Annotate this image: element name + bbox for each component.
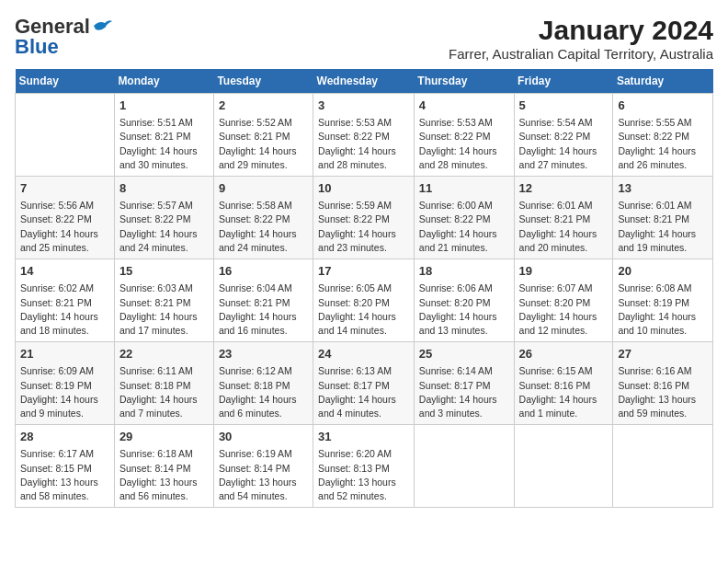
day-info: Sunrise: 5:59 AM Sunset: 8:22 PM Dayligh… [318, 199, 409, 255]
calendar-cell [613, 425, 713, 508]
day-info: Sunrise: 6:03 AM Sunset: 8:21 PM Dayligh… [119, 282, 209, 338]
day-number: 27 [618, 346, 708, 362]
day-info: Sunrise: 5:57 AM Sunset: 8:22 PM Dayligh… [119, 199, 209, 255]
calendar-cell: 5Sunrise: 5:54 AM Sunset: 8:22 PM Daylig… [514, 94, 613, 177]
day-info: Sunrise: 6:13 AM Sunset: 8:17 PM Dayligh… [318, 364, 409, 420]
calendar-cell: 16Sunrise: 6:04 AM Sunset: 8:21 PM Dayli… [213, 259, 313, 342]
day-number: 26 [519, 346, 609, 362]
title-block: January 2024 Farrer, Australian Capital … [449, 15, 713, 62]
calendar-table: Sunday Monday Tuesday Wednesday Thursday… [15, 69, 713, 508]
day-number: 24 [318, 346, 409, 362]
day-info: Sunrise: 6:19 AM Sunset: 8:14 PM Dayligh… [219, 447, 308, 503]
day-number: 8 [119, 180, 209, 197]
day-number: 12 [519, 180, 609, 197]
day-number: 17 [318, 263, 409, 280]
calendar-cell: 17Sunrise: 6:05 AM Sunset: 8:20 PM Dayli… [313, 259, 415, 342]
calendar-cell: 20Sunrise: 6:08 AM Sunset: 8:19 PM Dayli… [613, 259, 713, 342]
day-info: Sunrise: 6:08 AM Sunset: 8:19 PM Dayligh… [618, 282, 708, 338]
calendar-cell: 9Sunrise: 5:58 AM Sunset: 8:22 PM Daylig… [213, 177, 313, 259]
day-info: Sunrise: 6:01 AM Sunset: 8:21 PM Dayligh… [519, 199, 609, 255]
col-friday: Friday [514, 69, 613, 94]
week-row: 21Sunrise: 6:09 AM Sunset: 8:19 PM Dayli… [16, 342, 713, 425]
day-info: Sunrise: 6:14 AM Sunset: 8:17 PM Dayligh… [419, 364, 509, 420]
day-number: 14 [20, 263, 109, 280]
calendar-cell [414, 425, 514, 508]
day-number: 28 [20, 429, 109, 445]
day-number: 13 [618, 180, 708, 197]
day-number: 5 [519, 98, 609, 114]
calendar-cell: 10Sunrise: 5:59 AM Sunset: 8:22 PM Dayli… [313, 177, 415, 259]
day-info: Sunrise: 6:15 AM Sunset: 8:16 PM Dayligh… [519, 364, 609, 420]
calendar-cell: 21Sunrise: 6:09 AM Sunset: 8:19 PM Dayli… [16, 342, 115, 425]
day-info: Sunrise: 6:17 AM Sunset: 8:15 PM Dayligh… [20, 447, 109, 503]
col-sunday: Sunday [16, 69, 115, 94]
day-info: Sunrise: 6:09 AM Sunset: 8:19 PM Dayligh… [20, 364, 109, 420]
day-number: 31 [318, 429, 409, 445]
day-number: 19 [519, 263, 609, 280]
calendar-cell: 26Sunrise: 6:15 AM Sunset: 8:16 PM Dayli… [514, 342, 613, 425]
calendar-cell: 14Sunrise: 6:02 AM Sunset: 8:21 PM Dayli… [16, 259, 115, 342]
day-number: 2 [219, 98, 308, 114]
week-row: 7Sunrise: 5:56 AM Sunset: 8:22 PM Daylig… [16, 177, 713, 259]
calendar-subtitle: Farrer, Australian Capital Territory, Au… [449, 46, 713, 62]
calendar-cell: 3Sunrise: 5:53 AM Sunset: 8:22 PM Daylig… [313, 94, 415, 177]
day-number: 1 [119, 98, 209, 114]
calendar-cell: 7Sunrise: 5:56 AM Sunset: 8:22 PM Daylig… [16, 177, 115, 259]
page-header: General Blue January 2024 Farrer, Austra… [15, 15, 713, 62]
week-row: 14Sunrise: 6:02 AM Sunset: 8:21 PM Dayli… [16, 259, 713, 342]
calendar-cell [16, 94, 115, 177]
day-info: Sunrise: 5:52 AM Sunset: 8:21 PM Dayligh… [219, 116, 308, 172]
calendar-cell: 1Sunrise: 5:51 AM Sunset: 8:21 PM Daylig… [114, 94, 213, 177]
col-saturday: Saturday [613, 69, 713, 94]
day-info: Sunrise: 5:53 AM Sunset: 8:22 PM Dayligh… [318, 116, 409, 172]
day-info: Sunrise: 6:18 AM Sunset: 8:14 PM Dayligh… [119, 447, 209, 503]
col-wednesday: Wednesday [313, 69, 415, 94]
col-thursday: Thursday [414, 69, 514, 94]
calendar-cell: 31Sunrise: 6:20 AM Sunset: 8:13 PM Dayli… [313, 425, 415, 508]
day-info: Sunrise: 5:55 AM Sunset: 8:22 PM Dayligh… [618, 116, 708, 172]
calendar-cell: 6Sunrise: 5:55 AM Sunset: 8:22 PM Daylig… [613, 94, 713, 177]
calendar-cell: 27Sunrise: 6:16 AM Sunset: 8:16 PM Dayli… [613, 342, 713, 425]
logo-blue: Blue [15, 35, 59, 59]
day-number: 25 [419, 346, 509, 362]
day-number: 16 [219, 263, 308, 280]
day-number: 21 [20, 346, 109, 362]
week-row: 1Sunrise: 5:51 AM Sunset: 8:21 PM Daylig… [16, 94, 713, 177]
day-number: 6 [618, 98, 708, 114]
day-number: 11 [419, 180, 509, 197]
calendar-cell: 23Sunrise: 6:12 AM Sunset: 8:18 PM Dayli… [213, 342, 313, 425]
calendar-cell: 28Sunrise: 6:17 AM Sunset: 8:15 PM Dayli… [16, 425, 115, 508]
day-info: Sunrise: 5:56 AM Sunset: 8:22 PM Dayligh… [20, 199, 109, 255]
calendar-cell: 19Sunrise: 6:07 AM Sunset: 8:20 PM Dayli… [514, 259, 613, 342]
logo: General Blue [15, 15, 112, 59]
calendar-cell: 13Sunrise: 6:01 AM Sunset: 8:21 PM Dayli… [613, 177, 713, 259]
week-row: 28Sunrise: 6:17 AM Sunset: 8:15 PM Dayli… [16, 425, 713, 508]
col-monday: Monday [114, 69, 213, 94]
calendar-cell: 15Sunrise: 6:03 AM Sunset: 8:21 PM Dayli… [114, 259, 213, 342]
day-info: Sunrise: 6:00 AM Sunset: 8:22 PM Dayligh… [419, 199, 509, 255]
day-info: Sunrise: 6:07 AM Sunset: 8:20 PM Dayligh… [519, 282, 609, 338]
day-number: 9 [219, 180, 308, 197]
day-info: Sunrise: 6:16 AM Sunset: 8:16 PM Dayligh… [618, 364, 708, 420]
day-info: Sunrise: 5:51 AM Sunset: 8:21 PM Dayligh… [119, 116, 209, 172]
day-info: Sunrise: 6:04 AM Sunset: 8:21 PM Dayligh… [219, 282, 308, 338]
day-number: 20 [618, 263, 708, 280]
calendar-cell: 4Sunrise: 5:53 AM Sunset: 8:22 PM Daylig… [414, 94, 514, 177]
calendar-cell: 18Sunrise: 6:06 AM Sunset: 8:20 PM Dayli… [414, 259, 514, 342]
calendar-cell: 24Sunrise: 6:13 AM Sunset: 8:17 PM Dayli… [313, 342, 415, 425]
calendar-title: January 2024 [449, 15, 713, 46]
day-info: Sunrise: 6:12 AM Sunset: 8:18 PM Dayligh… [219, 364, 308, 420]
day-number: 22 [119, 346, 209, 362]
calendar-cell: 22Sunrise: 6:11 AM Sunset: 8:18 PM Dayli… [114, 342, 213, 425]
day-number: 18 [419, 263, 509, 280]
day-info: Sunrise: 6:11 AM Sunset: 8:18 PM Dayligh… [119, 364, 209, 420]
day-number: 23 [219, 346, 308, 362]
day-info: Sunrise: 6:05 AM Sunset: 8:20 PM Dayligh… [318, 282, 409, 338]
calendar-cell: 2Sunrise: 5:52 AM Sunset: 8:21 PM Daylig… [213, 94, 313, 177]
day-number: 10 [318, 180, 409, 197]
col-tuesday: Tuesday [213, 69, 313, 94]
day-number: 15 [119, 263, 209, 280]
day-info: Sunrise: 5:53 AM Sunset: 8:22 PM Dayligh… [419, 116, 509, 172]
day-info: Sunrise: 6:01 AM Sunset: 8:21 PM Dayligh… [618, 199, 708, 255]
calendar-cell: 30Sunrise: 6:19 AM Sunset: 8:14 PM Dayli… [213, 425, 313, 508]
